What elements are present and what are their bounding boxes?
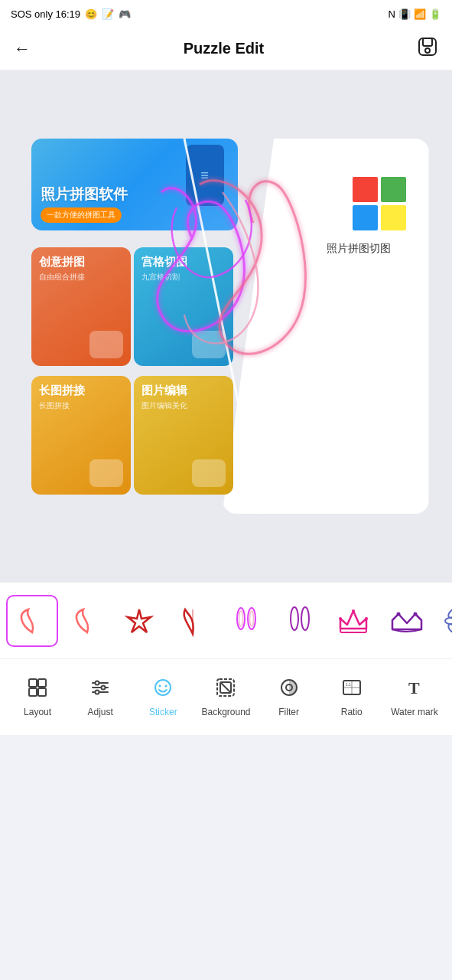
tile-long-sub: 长图拼接 (39, 400, 123, 411)
svg-point-34 (102, 686, 106, 690)
svg-point-38 (165, 685, 167, 688)
svg-line-41 (220, 682, 231, 693)
nfc-icon: N (389, 8, 395, 20)
adjust-icon (89, 677, 111, 704)
page-title: Puzzle Edit (184, 40, 265, 57)
svg-point-20 (445, 618, 452, 624)
status-sos: SOS only 16:19 (11, 8, 80, 20)
tile-long: 长图拼接 长图拼接 (31, 376, 131, 495)
sticker-item-7[interactable] (327, 595, 379, 647)
tile-creative-icon (89, 331, 123, 358)
toolbar-item-filter[interactable]: Filter (262, 677, 316, 717)
svg-point-15 (397, 612, 401, 616)
save-icon[interactable] (417, 36, 438, 62)
svg-point-8 (250, 611, 254, 626)
bottom-toolbar: Layout Adjust Sticker (0, 658, 452, 735)
adjust-label: Adjust (88, 707, 113, 717)
wifi-icon: 📶 (414, 8, 426, 20)
status-right: N 📳 📶 🔋 (389, 8, 441, 20)
tiles-row-2: 长图拼接 长图拼接 图片编辑 图片编辑美化 (31, 376, 233, 495)
toolbar-item-ratio[interactable]: 1:1 Ratio (325, 677, 379, 717)
toolbar-item-sticker[interactable]: Sticker (136, 677, 190, 717)
svg-point-10 (301, 607, 309, 630)
battery-icon: 🔋 (429, 8, 441, 20)
tile-edit: 图片编辑 图片编辑美化 (134, 376, 233, 495)
toolbar-item-background[interactable]: Background (199, 677, 252, 717)
right-label: 照片拼图切图 (327, 242, 391, 256)
toolbar-item-watermark[interactable]: T Water mark (388, 677, 441, 717)
win-q3 (353, 205, 378, 230)
sticker-item-1[interactable] (6, 595, 58, 647)
layout-icon (27, 677, 48, 704)
svg-point-37 (159, 685, 161, 688)
tile-edit-icon (192, 459, 226, 487)
sticker-item-8[interactable] (381, 595, 433, 647)
sticker-item-9[interactable] (434, 595, 452, 647)
vibrate-icon: 📳 (398, 8, 411, 20)
filter-label: Filter (278, 707, 299, 717)
filter-icon (278, 677, 300, 704)
status-left: SOS only 16:19 😊 📝 🎮 (11, 8, 131, 20)
header: ← Puzzle Edit (0, 28, 452, 70)
svg-rect-27 (38, 679, 46, 687)
svg-point-16 (414, 612, 418, 616)
layout-label: Layout (24, 707, 51, 717)
svg-point-2 (425, 48, 430, 53)
sticker-picker-row (0, 582, 452, 658)
tile-grid: 宫格切图 九宫格切割 (134, 247, 233, 366)
background-icon (215, 677, 236, 704)
watermark-icon: T (404, 677, 425, 704)
win-q2 (381, 177, 406, 202)
win-q4 (381, 205, 406, 230)
win-q1 (353, 177, 378, 202)
status-emoji3: 🎮 (119, 8, 131, 20)
tile-long-icon (89, 459, 123, 487)
toolbar-item-layout[interactable]: Layout (11, 677, 64, 717)
toolbar-item-adjust[interactable]: Adjust (73, 677, 127, 717)
svg-point-13 (365, 617, 368, 620)
svg-point-36 (155, 680, 171, 695)
back-button[interactable]: ← (14, 39, 31, 59)
svg-rect-29 (38, 688, 46, 696)
svg-rect-1 (423, 38, 432, 46)
tile-top: 照片拼图软件 一款方便的拼图工具 (31, 139, 238, 230)
tiles-row-1: 创意拼图 自由组合拼接 宫格切图 九宫格切割 (31, 247, 233, 366)
tile-top-badge: 一款方便的拼图工具 (41, 207, 122, 223)
sticker-item-3[interactable] (113, 595, 165, 647)
svg-point-12 (352, 609, 355, 612)
svg-point-9 (291, 607, 298, 630)
tile-grid-icon (192, 331, 226, 358)
svg-point-33 (96, 681, 99, 685)
sticker-item-5[interactable] (220, 595, 272, 647)
tile-top-phone (186, 145, 224, 206)
svg-point-22 (447, 607, 452, 619)
svg-point-35 (96, 691, 99, 694)
sticker-item-6[interactable] (274, 595, 326, 647)
windows-logo (353, 177, 406, 230)
status-bar: SOS only 16:19 😊 📝 🎮 N 📳 📶 🔋 (0, 0, 452, 28)
canvas-area: 照片拼图切图 照片拼图软件 一款方便的拼图工具 创意拼图 自由组合拼接 宫格切图… (0, 70, 452, 582)
ratio-icon: 1:1 (341, 677, 363, 704)
tile-long-title: 长图拼接 (39, 384, 123, 398)
tile-creative: 创意拼图 自由组合拼接 (31, 247, 131, 366)
tile-edit-sub: 图片编辑美化 (141, 400, 226, 411)
status-emoji1: 😊 (85, 8, 97, 20)
svg-point-11 (339, 617, 342, 620)
watermark-label: Water mark (391, 707, 438, 717)
svg-rect-26 (29, 679, 37, 687)
svg-point-7 (239, 611, 243, 626)
sticker-item-2[interactable] (60, 595, 112, 647)
ratio-label: Ratio (341, 707, 363, 717)
tile-grid-sub: 九宫格切割 (141, 272, 226, 283)
tile-grid-title: 宫格切图 (141, 255, 226, 270)
sticker-item-4[interactable] (167, 595, 219, 647)
tile-edit-title: 图片编辑 (141, 384, 226, 398)
puzzle-right-panel (223, 139, 429, 514)
sticker-icon (152, 677, 174, 704)
puzzle-container[interactable]: 照片拼图切图 照片拼图软件 一款方便的拼图工具 创意拼图 自由组合拼接 宫格切图… (24, 123, 429, 529)
svg-rect-14 (340, 629, 366, 632)
tile-creative-title: 创意拼图 (39, 255, 123, 270)
svg-rect-28 (29, 688, 37, 696)
svg-text:T: T (408, 678, 420, 697)
svg-point-24 (447, 622, 452, 635)
